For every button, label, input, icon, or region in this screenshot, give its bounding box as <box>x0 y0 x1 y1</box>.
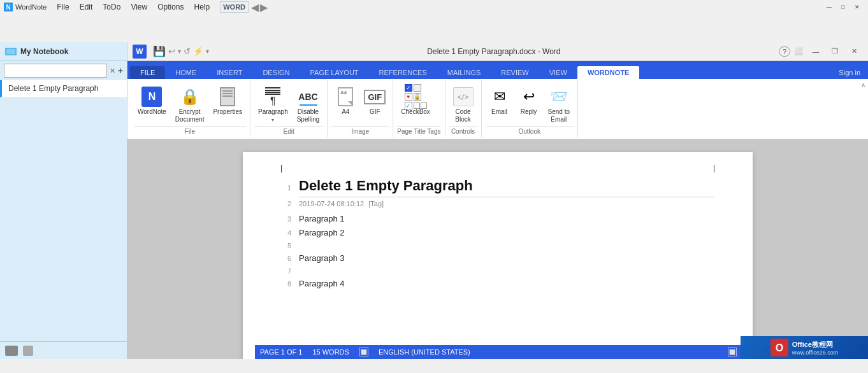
ribbon-btn-send-to-email[interactable]: 📨 Send toEmail <box>544 84 574 126</box>
search-add-btn[interactable]: + <box>118 66 123 76</box>
watermark-text: Office教程网 www.office26.com <box>792 340 838 356</box>
footer-icon-1 <box>5 346 18 356</box>
ribbon-btn-reply[interactable]: ↩ Reply <box>515 84 543 118</box>
checkbox-btn-label: CheckBox <box>401 108 430 116</box>
ribbon-btn-codeblock[interactable]: </> CodeBlock <box>449 84 477 126</box>
word-undo-btn[interactable]: ↩ <box>168 46 175 56</box>
document-page: 1 Delete 1 Empty Paragraph 2 2019-07-24 … <box>243 152 753 359</box>
doc-line-7: 7 <box>281 267 714 279</box>
word-restore-btn[interactable]: ❐ <box>826 45 844 58</box>
svg-rect-3 <box>6 49 15 54</box>
ribbon-group-page-title-tags: ✓ ♥ 🔒 ✓ <box>393 80 445 137</box>
ribbon-group-edit: ¶ Paragraph ▾ ABC Disable <box>250 80 328 137</box>
ribbon-content: N WordNote 🔒 EncryptDocument <box>127 79 868 139</box>
doc-line-4: 4 Paragraph 2 <box>281 228 714 242</box>
word-window: W 💾 ↩ ▾ ↺ ⚡ ▾ Delete 1 Empty Paragraph.d… <box>127 42 868 359</box>
ribbon-btn-gif[interactable]: GIF GIF <box>361 84 389 118</box>
doc-para-3[interactable]: Paragraph 3 <box>299 253 714 263</box>
disable-spelling-btn-label: DisableSpelling <box>297 108 320 123</box>
svg-text:N: N <box>6 4 10 11</box>
word-title-bar: W 💾 ↩ ▾ ↺ ⚡ ▾ Delete 1 Empty Paragraph.d… <box>127 42 868 61</box>
tab-view[interactable]: VIEW <box>539 66 577 79</box>
ribbon-btn-a4[interactable]: A4 A4 <box>331 84 359 118</box>
status-words[interactable]: 15 WORDS <box>312 348 349 356</box>
tab-references[interactable]: REFERENCES <box>369 66 437 79</box>
status-language[interactable]: ENGLISH (UNITED STATES) <box>379 348 470 356</box>
search-clear-btn[interactable]: ✕ <box>110 67 115 75</box>
reply-icon: ↩ <box>519 87 539 107</box>
word-logo: W <box>133 45 147 59</box>
word-customize-btn[interactable]: ⚡ <box>193 46 203 56</box>
ribbon-btn-checkbox[interactable]: ✓ ♥ 🔒 ✓ <box>397 84 434 118</box>
ribbon-group-outlook: ✉ Email ↩ Reply 📨 Send toEmail Outlook <box>482 80 578 137</box>
line-num-4: 4 <box>281 229 291 237</box>
ribbon-collapse-btn[interactable]: ∧ <box>861 81 865 88</box>
ribbon-btn-wordnote[interactable]: N WordNote <box>134 84 170 118</box>
tab-wordnote[interactable]: WORDNOTE <box>577 66 639 79</box>
doc-line-8: 8 Paragraph 4 <box>281 279 714 293</box>
doc-date: 2019-07-24 08:10:12 <box>299 200 364 208</box>
sidebar: My Notebook ✕ + Delete 1 Empty Paragraph <box>0 42 127 359</box>
ribbon-group-image: A4 A4 GIF GIF Image <box>328 80 393 137</box>
list-item[interactable]: Delete 1 Empty Paragraph <box>0 80 127 97</box>
word-minimize-btn[interactable]: — <box>807 45 825 58</box>
tab-page-layout[interactable]: PAGE LAYOUT <box>300 66 369 79</box>
word-quick-btn[interactable]: WORD <box>220 1 249 13</box>
doc-para-2[interactable]: Paragraph 2 <box>299 228 714 237</box>
menu-file[interactable]: File <box>52 1 74 13</box>
word-ribbon-restore-btn[interactable]: ⬜ <box>794 47 803 55</box>
doc-line-1: 1 Delete 1 Empty Paragraph <box>281 178 714 197</box>
line-num-6: 6 <box>281 255 291 262</box>
ribbon-btn-encrypt[interactable]: 🔒 EncryptDocument <box>171 84 208 126</box>
menu-view[interactable]: View <box>126 1 152 13</box>
controls-group-label: Controls <box>449 126 477 136</box>
ribbon-btn-properties[interactable]: Properties <box>209 84 246 118</box>
reply-btn-label: Reply <box>521 108 537 116</box>
app-maximize-btn[interactable]: □ <box>836 2 850 12</box>
tab-design[interactable]: DESIGN <box>252 66 300 79</box>
nav-forward-btn[interactable]: ▶ <box>260 1 268 13</box>
outlook-group-label: Outlook <box>486 126 574 136</box>
email-btn-label: Email <box>491 108 507 116</box>
app-title-left: N WordNote <box>4 3 47 11</box>
tab-insert[interactable]: INSERT <box>206 66 252 79</box>
menu-help[interactable]: Help <box>189 1 215 13</box>
tab-file[interactable]: FILE <box>130 66 165 79</box>
tab-review[interactable]: REVIEW <box>491 66 539 79</box>
status-page[interactable]: PAGE 1 OF 1 <box>260 348 302 356</box>
status-icon-1[interactable]: ⬜ <box>728 348 737 356</box>
a4-btn-label: A4 <box>342 108 349 116</box>
line-num-7: 7 <box>281 267 291 275</box>
a4-icon: A4 <box>335 87 356 107</box>
app-minimize-btn[interactable]: — <box>822 2 836 12</box>
doc-title[interactable]: Delete 1 Empty Paragraph <box>299 178 714 197</box>
line-num-5: 5 <box>281 242 291 250</box>
app-close-btn[interactable]: ✕ <box>850 2 864 12</box>
word-close-btn[interactable]: ✕ <box>845 45 863 58</box>
status-layout-icon[interactable]: ⬜ <box>359 348 368 356</box>
word-help-btn[interactable]: ? <box>779 46 790 57</box>
ribbon-btn-paragraph[interactable]: ¶ Paragraph ▾ <box>254 84 292 125</box>
svg-text:O: O <box>776 342 783 353</box>
doc-para-4[interactable]: Paragraph 4 <box>299 279 714 288</box>
paragraph-dropdown-arrow[interactable]: ▾ <box>271 117 274 123</box>
signin-btn[interactable]: Sign in <box>831 66 868 79</box>
app-logo-icon: N <box>4 3 13 11</box>
menu-edit[interactable]: Edit <box>75 1 98 13</box>
nav-back-btn[interactable]: ◀ <box>251 1 259 13</box>
app-window-controls: — □ ✕ <box>822 2 864 12</box>
word-undo-arrow-btn[interactable]: ▾ <box>178 48 181 55</box>
word-redo-btn[interactable]: ↺ <box>184 46 191 56</box>
search-input[interactable] <box>4 64 107 78</box>
document-list: Delete 1 Empty Paragraph <box>0 80 127 341</box>
properties-icon <box>217 87 238 107</box>
menu-todo[interactable]: ToDo <box>98 1 126 13</box>
tab-home[interactable]: HOME <box>165 66 206 79</box>
menu-options[interactable]: Options <box>152 1 189 13</box>
ribbon-btn-email[interactable]: ✉ Email <box>486 84 514 118</box>
ribbon-btn-disable-spelling[interactable]: ABC DisableSpelling <box>293 84 324 126</box>
doc-para-1[interactable]: Paragraph 1 <box>299 214 714 223</box>
doc-line-5: 5 <box>281 242 714 253</box>
word-save-btn[interactable]: 💾 <box>153 45 166 57</box>
tab-mailings[interactable]: MAILINGS <box>437 66 491 79</box>
